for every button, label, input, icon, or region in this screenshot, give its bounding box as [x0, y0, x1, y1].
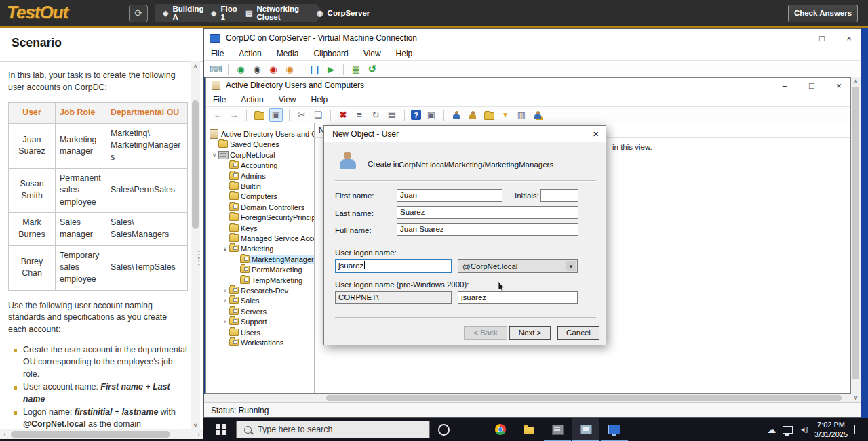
add-group-icon[interactable]: [467, 109, 479, 121]
export-list-icon[interactable]: ▤: [386, 109, 398, 121]
tree-item-computers[interactable]: Computers: [206, 191, 315, 201]
scenario-horizontal-scrollbar[interactable]: ‹ ›: [0, 429, 203, 439]
start-icon[interactable]: ◉: [235, 63, 247, 75]
pause-icon[interactable]: ❘❘: [309, 63, 321, 75]
last-name-field[interactable]: Suarez: [397, 206, 578, 219]
menu-action[interactable]: Action: [241, 95, 263, 104]
tree-item-keys[interactable]: Keys: [206, 223, 315, 233]
menu-action[interactable]: Action: [239, 49, 261, 58]
menu-file[interactable]: File: [211, 49, 224, 58]
console-icon[interactable]: ▥: [515, 109, 528, 121]
menu-clipboard[interactable]: Clipboard: [313, 49, 348, 58]
viewport-horizontal-scrollbar[interactable]: [204, 394, 851, 402]
viewport-vertical-scrollbar[interactable]: ∧ ∨: [851, 77, 861, 402]
delegate-icon[interactable]: [532, 109, 544, 121]
paste-icon[interactable]: ❏: [312, 109, 324, 121]
first-name-field[interactable]: Juan: [397, 189, 502, 202]
scroll-down-arrow[interactable]: ∨: [191, 421, 200, 429]
tree-item-servers[interactable]: Servers: [206, 306, 315, 316]
scroll-up-arrow[interactable]: ∧: [851, 77, 861, 85]
add-user-icon[interactable]: [450, 109, 462, 121]
check-answers-button[interactable]: Check Answers: [788, 5, 858, 22]
expand-arrow[interactable]: ∨: [210, 152, 218, 159]
scenario-vertical-scrollbar[interactable]: ∧ ∨: [191, 61, 200, 431]
network-icon[interactable]: [783, 426, 793, 434]
tree-item-builtin[interactable]: Builtin: [206, 181, 315, 191]
tree-item-root[interactable]: Active Directory Users and Computers: [206, 129, 315, 139]
tree-item-temp-marketing[interactable]: TempMarketing: [206, 275, 315, 285]
taskbar-clock[interactable]: 7:02 PM 3/31/2025: [814, 420, 848, 440]
menu-view[interactable]: View: [279, 95, 296, 104]
back-button[interactable]: < Back: [464, 326, 507, 340]
menu-help[interactable]: Help: [311, 95, 328, 104]
aduc-taskbar-button[interactable]: [572, 418, 599, 441]
minimize-button[interactable]: –: [780, 81, 789, 91]
initials-field[interactable]: [540, 189, 578, 202]
tree-item-foreign-security-principals[interactable]: ForeignSecurityPrincipals: [206, 212, 315, 222]
file-explorer-button[interactable]: [515, 418, 542, 441]
scrollbar-thumb[interactable]: [11, 431, 170, 438]
dialog-titlebar[interactable]: New Object - User ×: [324, 126, 606, 142]
list-icon[interactable]: ≡: [353, 109, 366, 121]
tree-item-admins[interactable]: Admins: [206, 171, 315, 181]
task-view-button[interactable]: [458, 418, 486, 441]
back-icon[interactable]: ←: [212, 109, 224, 121]
pre2000-prefix-field[interactable]: CORPNET\: [335, 291, 452, 304]
tree-item-marketing-managers[interactable]: MarketingManagers: [206, 254, 315, 264]
expand-arrow[interactable]: ∨: [221, 245, 229, 252]
tree-item-support[interactable]: ›Support: [206, 316, 315, 327]
refresh-icon[interactable]: ↻: [370, 109, 382, 121]
taskbar-search-box[interactable]: Type here to search: [236, 421, 430, 438]
tree-item-domain-controllers[interactable]: Domain Controllers: [206, 202, 315, 212]
ctrl-alt-del-icon[interactable]: ⌨: [210, 63, 222, 75]
tree-item-users[interactable]: Users: [206, 327, 315, 337]
menu-media[interactable]: Media: [277, 49, 299, 58]
resume-icon[interactable]: ▶: [325, 63, 337, 75]
tree-item-research-dev[interactable]: ›Research-Dev: [206, 285, 315, 295]
panel-splitter-handle[interactable]: ⋮⋮: [194, 251, 202, 272]
checkpoint-icon[interactable]: ▦: [350, 63, 362, 75]
close-button[interactable]: ×: [844, 33, 854, 43]
full-name-field[interactable]: Juan Suarez: [397, 223, 578, 236]
user-logon-name-field[interactable]: jsuarez: [335, 259, 452, 273]
menu-file[interactable]: File: [213, 95, 226, 104]
scroll-right-arrow[interactable]: ›: [194, 430, 203, 438]
chevron-down-icon[interactable]: ▼: [566, 261, 576, 271]
maximize-button[interactable]: □: [817, 33, 827, 43]
next-button[interactable]: Next >: [509, 326, 551, 340]
menu-view[interactable]: View: [363, 49, 381, 58]
cut-icon[interactable]: ✂: [296, 109, 308, 121]
close-button[interactable]: ×: [834, 81, 844, 91]
forward-icon[interactable]: →: [228, 109, 240, 121]
tree-item-corpnet-local[interactable]: ∨CorpNet.local: [206, 150, 315, 160]
tree-item-sales[interactable]: ›Sales: [206, 295, 315, 306]
tree-item-managed-service-accounts[interactable]: Managed Service Accounts: [206, 233, 315, 243]
expand-arrow[interactable]: ›: [221, 318, 229, 325]
revert-icon[interactable]: ↺: [366, 63, 378, 75]
server-manager-button[interactable]: [544, 418, 571, 441]
help-icon[interactable]: ?: [411, 110, 421, 120]
scrollbar-thumb[interactable]: [852, 87, 859, 379]
menu-help[interactable]: Help: [396, 49, 413, 58]
filter-icon[interactable]: ▼: [499, 109, 511, 121]
chrome-button[interactable]: [487, 418, 514, 441]
aduc-titlebar[interactable]: Active Directory Users and Computers – □…: [206, 78, 850, 93]
scroll-left-arrow[interactable]: ‹: [0, 430, 9, 438]
minimize-button[interactable]: –: [790, 33, 800, 43]
save-state-icon[interactable]: ◉: [283, 63, 296, 75]
scrollbar-thumb[interactable]: [192, 100, 199, 229]
scroll-down-arrow[interactable]: ∨: [851, 394, 861, 402]
close-icon[interactable]: ×: [593, 126, 599, 142]
tree-item-saved-queries[interactable]: Saved Queries: [206, 139, 315, 149]
turn-off-icon[interactable]: ◉: [251, 63, 263, 75]
maximize-button[interactable]: □: [807, 81, 816, 91]
tree-item-workstations[interactable]: Workstations: [206, 337, 315, 348]
shut-down-icon[interactable]: ◉: [267, 63, 279, 75]
tree-item-perm-marketing[interactable]: PermMarketing: [206, 264, 315, 274]
start-button[interactable]: [206, 418, 236, 441]
add-ou-icon[interactable]: [483, 109, 495, 121]
delete-icon[interactable]: ✖: [337, 109, 349, 121]
onedrive-cloud-icon[interactable]: ☁: [767, 425, 776, 435]
volume-icon[interactable]: ◄)): [800, 426, 808, 433]
properties-icon[interactable]: ▣: [425, 109, 437, 121]
